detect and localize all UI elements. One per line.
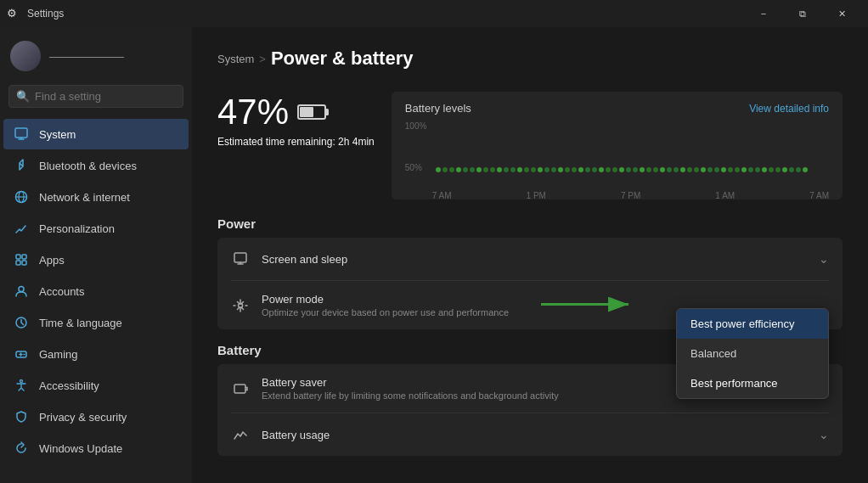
chart-dot [599,167,604,172]
profile-name: ———————— [49,50,124,62]
sidebar-label-network: Network & internet [39,191,130,204]
sidebar-label-gaming: Gaming [39,348,78,361]
battery-time: Estimated time remaining: 2h 4min [217,136,375,148]
chart-dot [470,167,475,172]
chart-dot [578,167,583,172]
search-input[interactable] [35,90,178,103]
accounts-icon [14,284,29,299]
chart-dot [728,167,733,172]
chart-y-50: 50% [405,163,427,172]
chart-dot [572,167,577,172]
sidebar-item-accessibility[interactable]: Accessibility [3,370,189,401]
chart-dot [646,167,651,172]
screen-sleep-right: ⌄ [819,252,829,266]
svg-rect-5 [22,255,26,259]
arrow-annotation [537,292,639,318]
main-content: System > Power & battery 47% [192,27,868,483]
chart-dot [449,167,454,172]
screen-sleep-row[interactable]: Screen and sleep ⌄ [217,238,843,280]
sidebar-item-update[interactable]: Windows Update [3,433,189,463]
x-label-1: 1 PM [527,191,546,200]
search-icon: 🔍 [16,90,30,103]
battery-usage-content: Battery usage [262,429,807,441]
chart-dot [735,167,740,172]
app-icon: ⚙ [7,7,20,20]
chart-dot [538,167,543,172]
power-mode-row[interactable]: Power mode Optimize your device based on… [217,281,843,329]
estimated-value: 2h 4min [338,136,375,148]
sidebar-item-privacy[interactable]: Privacy & security [3,402,189,432]
dropdown-item-balanced[interactable]: Balanced [677,339,828,368]
power-card: Screen and sleep ⌄ Power mode Optimize [217,238,843,329]
chart-dot [694,167,699,172]
time-icon [14,315,29,330]
chart-dot [612,167,617,172]
sidebar-item-network[interactable]: Network & internet [3,182,189,212]
privacy-icon [14,409,29,424]
svg-rect-4 [16,255,20,259]
dropdown-item-performance[interactable]: Best performance [677,368,828,398]
chart-dot [769,167,774,172]
nav-list: System Bluetooth & devices Network & int… [0,118,192,464]
breadcrumb-parent[interactable]: System [217,53,254,65]
chart-dot [524,167,529,172]
chart-dot [707,167,713,172]
power-section-title: Power [217,216,843,231]
chart-dot [680,167,685,172]
x-label-0: 7 AM [432,191,452,200]
chart-dot [667,167,672,172]
screen-sleep-icon [231,250,250,268]
close-button[interactable]: ✕ [822,0,861,27]
minimize-button[interactable]: − [744,0,783,27]
battery-usage-icon [231,425,250,444]
chart-dot [510,167,516,172]
sidebar-item-bluetooth[interactable]: Bluetooth & devices [3,150,189,181]
battery-chart-header: Battery levels View detailed info [405,102,829,115]
battery-usage-title: Battery usage [262,429,807,441]
chart-dot [619,167,624,172]
search-box[interactable]: 🔍 [8,85,183,108]
sidebar-item-personalization[interactable]: Personalization [3,213,189,244]
sidebar-label-accounts: Accounts [39,285,84,298]
sidebar-label-accessibility: Accessibility [39,379,99,392]
battery-usage-row[interactable]: Battery usage ⌄ [217,413,843,456]
chart-dot [714,167,719,172]
battery-chart-area: 100% 50% 7 AM 1 PM 7 PM 1 AM 7 AM [405,121,829,189]
battery-saver-content: Battery saver Extend battery life by lim… [262,376,725,401]
chart-dot [796,167,801,172]
screen-sleep-title: Screen and sleep [262,253,807,266]
chart-dot [701,167,706,172]
system-icon [14,126,29,142]
chart-dot [497,167,502,172]
battery-saver-title: Battery saver [262,376,725,389]
sidebar-profile: ———————— [0,34,192,81]
sidebar-label-time: Time & language [39,317,122,329]
window-controls: − ⧉ ✕ [744,0,861,27]
chart-dot [517,167,522,172]
chart-dot [463,167,468,172]
titlebar: ⚙ Settings − ⧉ ✕ [0,0,868,27]
chart-dot [789,167,794,172]
bluetooth-icon [14,158,29,173]
sidebar-item-time[interactable]: Time & language [3,307,189,338]
chart-dot [442,167,448,172]
chart-dot [476,167,482,172]
view-detailed-link[interactable]: View detailed info [749,103,829,115]
chart-dot [504,167,509,172]
sidebar-item-accounts[interactable]: Accounts [3,276,189,306]
sidebar: ———————— 🔍 System Bluetooth & devices Ne… [0,27,192,483]
sidebar-item-gaming[interactable]: Gaming [3,339,189,369]
battery-saver-subtitle: Extend battery life by limiting some not… [262,390,725,401]
chart-dot [653,167,658,172]
accessibility-icon [14,378,29,393]
chart-dot [592,167,597,172]
power-mode-dropdown: Best power efficiency Balanced Best perf… [676,308,829,399]
top-section: 47% Estimated time remaining: 2h 4min [217,92,843,199]
chart-dot [721,167,726,172]
estimated-label: Estimated time remaining: [217,136,335,148]
dropdown-item-efficiency[interactable]: Best power efficiency [677,309,828,339]
restore-button[interactable]: ⧉ [783,0,822,27]
sidebar-item-system[interactable]: System [3,119,189,149]
sidebar-item-apps[interactable]: Apps [3,244,189,275]
chart-dot [782,167,787,172]
